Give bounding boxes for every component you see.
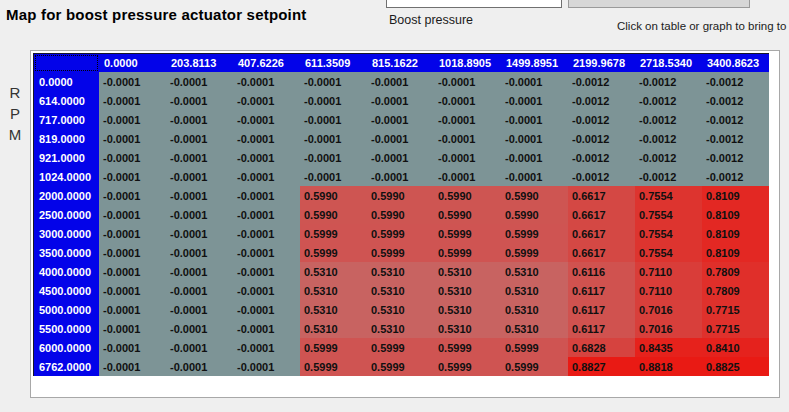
map-cell[interactable]: 0.6117	[568, 300, 635, 319]
map-cell[interactable]: 0.5999	[434, 224, 501, 243]
map-cell[interactable]: -0.0001	[233, 357, 300, 376]
map-cell[interactable]: 0.5999	[367, 243, 434, 262]
map-cell[interactable]: 0.5310	[300, 300, 367, 319]
map-cell[interactable]: 0.6117	[568, 281, 635, 300]
map-cell[interactable]: 0.5310	[434, 281, 501, 300]
map-cell[interactable]: -0.0001	[434, 167, 501, 186]
map-cell[interactable]: -0.0001	[233, 338, 300, 357]
map-cell[interactable]: 0.5310	[300, 262, 367, 281]
map-cell[interactable]: 0.6617	[568, 224, 635, 243]
map-cell[interactable]: 0.5999	[300, 224, 367, 243]
map-cell[interactable]: 0.7554	[635, 243, 702, 262]
map-cell[interactable]: 0.5990	[300, 205, 367, 224]
map-cell[interactable]: -0.0012	[702, 110, 769, 129]
map-cell[interactable]: -0.0001	[367, 110, 434, 129]
row-header[interactable]: 4500.0000	[34, 281, 99, 300]
map-cell[interactable]: 0.5999	[501, 224, 568, 243]
map-cell[interactable]: -0.0001	[233, 281, 300, 300]
map-cell[interactable]: -0.0001	[233, 205, 300, 224]
map-cell[interactable]: -0.0001	[99, 205, 166, 224]
map-cell[interactable]: -0.0001	[233, 129, 300, 148]
map-cell[interactable]: -0.0001	[300, 148, 367, 167]
map-cell[interactable]: -0.0001	[99, 148, 166, 167]
map-cell[interactable]: -0.0001	[166, 243, 233, 262]
map-cell[interactable]: 0.5999	[501, 357, 568, 376]
map-cell[interactable]: -0.0001	[166, 224, 233, 243]
map-cell[interactable]: 0.5999	[434, 357, 501, 376]
map-cell[interactable]: 0.7016	[635, 300, 702, 319]
map-cell[interactable]: -0.0001	[434, 129, 501, 148]
map-cell[interactable]: -0.0001	[233, 148, 300, 167]
map-cell[interactable]: -0.0012	[635, 72, 702, 91]
map-cell[interactable]: -0.0001	[434, 148, 501, 167]
map-cell[interactable]: 0.5310	[300, 281, 367, 300]
col-header[interactable]: 203.8113	[166, 54, 233, 72]
map-cell[interactable]: -0.0001	[99, 186, 166, 205]
map-cell[interactable]: 0.5990	[367, 205, 434, 224]
col-header[interactable]: 815.1622	[367, 54, 434, 72]
map-cell[interactable]: 0.8435	[635, 338, 702, 357]
map-cell[interactable]: 0.5999	[434, 338, 501, 357]
map-cell[interactable]: 0.7110	[635, 281, 702, 300]
map-cell[interactable]: -0.0001	[300, 91, 367, 110]
map-cell[interactable]: -0.0012	[635, 148, 702, 167]
map-cell[interactable]: 0.8109	[702, 186, 769, 205]
map-cell[interactable]: -0.0001	[367, 91, 434, 110]
map-cell[interactable]: -0.0001	[99, 91, 166, 110]
map-cell[interactable]: 0.7715	[702, 319, 769, 338]
map-cell[interactable]: -0.0001	[166, 338, 233, 357]
map-cell[interactable]: -0.0001	[233, 262, 300, 281]
map-cell[interactable]: -0.0001	[99, 129, 166, 148]
map-cell[interactable]: 0.6617	[568, 186, 635, 205]
map-cell[interactable]: -0.0001	[166, 205, 233, 224]
map-cell[interactable]: -0.0001	[300, 167, 367, 186]
col-header[interactable]: 407.6226	[233, 54, 300, 72]
map-cell[interactable]: -0.0012	[635, 167, 702, 186]
map-cell[interactable]: -0.0001	[233, 300, 300, 319]
map-cell[interactable]: 0.5310	[501, 281, 568, 300]
map-cell[interactable]: 0.5990	[434, 186, 501, 205]
map-cell[interactable]: 0.5310	[367, 281, 434, 300]
map-cell[interactable]: 0.7110	[635, 262, 702, 281]
map-cell[interactable]: 0.5990	[434, 205, 501, 224]
map-cell[interactable]: -0.0001	[99, 300, 166, 319]
map-cell[interactable]: 0.8109	[702, 205, 769, 224]
map-cell[interactable]: 0.5990	[300, 186, 367, 205]
map-cell[interactable]: -0.0001	[501, 91, 568, 110]
map-cell[interactable]: 0.5990	[501, 186, 568, 205]
row-header[interactable]: 2500.0000	[34, 205, 99, 224]
row-header[interactable]: 0.0000	[34, 72, 99, 91]
row-header[interactable]: 614.0000	[34, 91, 99, 110]
map-cell[interactable]: 0.5999	[501, 243, 568, 262]
map-cell[interactable]: -0.0001	[233, 110, 300, 129]
col-header[interactable]: 0.0000	[99, 54, 166, 72]
col-header[interactable]: 2199.9678	[568, 54, 635, 72]
map-cell[interactable]: -0.0001	[166, 129, 233, 148]
col-header[interactable]: 1499.8951	[501, 54, 568, 72]
map-cell[interactable]: -0.0001	[166, 91, 233, 110]
map-cell[interactable]: -0.0001	[434, 72, 501, 91]
map-cell[interactable]: 0.6828	[568, 338, 635, 357]
row-header[interactable]: 4000.0000	[34, 262, 99, 281]
map-cell[interactable]: -0.0001	[367, 167, 434, 186]
map-cell[interactable]: -0.0012	[702, 129, 769, 148]
map-cell[interactable]: -0.0012	[702, 91, 769, 110]
map-cell[interactable]: 0.5999	[367, 224, 434, 243]
row-header[interactable]: 5500.0000	[34, 319, 99, 338]
map-cell[interactable]: 0.5999	[434, 243, 501, 262]
map-cell[interactable]: -0.0001	[233, 319, 300, 338]
map-table[interactable]: 0.0000203.8113407.6226611.3509815.162210…	[33, 53, 769, 376]
map-cell[interactable]: -0.0012	[702, 72, 769, 91]
corner-cell[interactable]	[34, 54, 99, 72]
map-cell[interactable]: 0.8109	[702, 243, 769, 262]
map-cell[interactable]: -0.0001	[300, 72, 367, 91]
secondary-textbox[interactable]	[568, 0, 750, 8]
map-cell[interactable]: -0.0001	[501, 129, 568, 148]
map-cell[interactable]: 0.6117	[568, 319, 635, 338]
col-header[interactable]: 3400.8623	[702, 54, 769, 72]
map-cell[interactable]: 0.6116	[568, 262, 635, 281]
map-cell[interactable]: 0.5310	[434, 300, 501, 319]
map-cell[interactable]: -0.0001	[166, 72, 233, 91]
row-header[interactable]: 1024.0000	[34, 167, 99, 186]
map-cell[interactable]: -0.0001	[99, 281, 166, 300]
